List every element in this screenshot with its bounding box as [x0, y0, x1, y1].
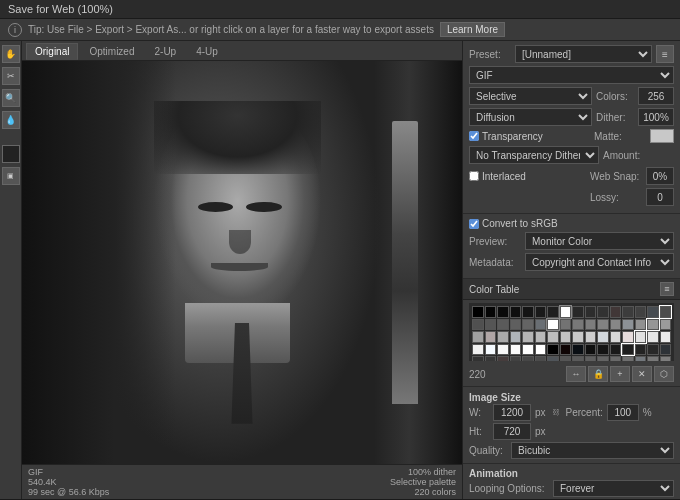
color-cell[interactable] [572, 306, 584, 318]
color-cell[interactable] [572, 356, 584, 361]
transparency-checkbox-label[interactable]: Transparency [469, 131, 543, 142]
color-cell[interactable] [535, 356, 547, 361]
color-cell[interactable] [635, 356, 647, 361]
matte-swatch[interactable] [650, 129, 674, 143]
color-cell[interactable] [610, 306, 622, 318]
slice-tool[interactable]: ✂ [2, 67, 20, 85]
color-cell[interactable] [597, 306, 609, 318]
color-cell[interactable] [510, 319, 522, 331]
color-cell[interactable] [547, 306, 559, 318]
dither-pct-input[interactable] [638, 108, 674, 126]
tab-optimized[interactable]: Optimized [80, 43, 143, 60]
color-lock-button[interactable]: 🔒 [588, 366, 608, 382]
color-cell[interactable] [622, 319, 634, 331]
color-cell[interactable] [572, 344, 584, 356]
color-cell[interactable] [585, 319, 597, 331]
color-cell[interactable] [635, 344, 647, 356]
color-cell[interactable] [597, 344, 609, 356]
format-select[interactable]: GIF [469, 66, 674, 84]
color-cell[interactable] [547, 344, 559, 356]
quality-select[interactable]: Bicubic [511, 442, 674, 459]
color-add-button[interactable]: + [610, 366, 630, 382]
convert-srgb-label[interactable]: Convert to sRGB [469, 218, 558, 229]
color-cell[interactable] [472, 319, 484, 331]
color-cell[interactable] [485, 306, 497, 318]
color-cell[interactable] [610, 344, 622, 356]
preset-select[interactable]: [Unnamed] [515, 45, 652, 63]
color-cell[interactable] [585, 356, 597, 361]
color-cell[interactable] [635, 319, 647, 331]
color-cell[interactable] [597, 331, 609, 343]
tab-4up[interactable]: 4-Up [187, 43, 227, 60]
color-cell[interactable] [585, 344, 597, 356]
color-cell[interactable] [585, 331, 597, 343]
color-cell[interactable] [610, 356, 622, 361]
interlaced-checkbox[interactable] [469, 171, 479, 181]
preset-menu-button[interactable]: ≡ [656, 45, 674, 63]
color-cell[interactable] [647, 319, 659, 331]
color-reduction-select[interactable]: Selective [469, 87, 592, 105]
color-cell[interactable] [560, 356, 572, 361]
color-cell[interactable] [510, 306, 522, 318]
preview-select[interactable]: Monitor Color [525, 232, 674, 250]
color-remap-button[interactable]: ↔ [566, 366, 586, 382]
color-cell[interactable] [510, 356, 522, 361]
color-cell[interactable] [535, 344, 547, 356]
color-cell[interactable] [635, 306, 647, 318]
color-cell[interactable] [585, 306, 597, 318]
color-delete-button[interactable]: ✕ [632, 366, 652, 382]
color-cell[interactable] [497, 356, 509, 361]
color-cell[interactable] [472, 356, 484, 361]
color-cell[interactable] [522, 319, 534, 331]
websnap-input[interactable] [646, 167, 674, 185]
no-transparency-dither-select[interactable]: No Transparency Dither [469, 146, 599, 164]
tab-original[interactable]: Original [26, 43, 78, 60]
color-cell[interactable] [622, 306, 634, 318]
color-cell[interactable] [510, 344, 522, 356]
zoom-tool[interactable]: 🔍 [2, 89, 20, 107]
percent-input[interactable] [607, 404, 639, 421]
color-cell[interactable] [622, 344, 634, 356]
color-cell[interactable] [647, 306, 659, 318]
hand-tool[interactable]: ✋ [2, 45, 20, 63]
color-cell[interactable] [572, 319, 584, 331]
lossy-input[interactable] [646, 188, 674, 206]
color-cell[interactable] [572, 331, 584, 343]
color-cell[interactable] [535, 331, 547, 343]
color-cell[interactable] [560, 344, 572, 356]
color-cell[interactable] [547, 319, 559, 331]
color-cell[interactable] [560, 331, 572, 343]
transparency-checkbox[interactable] [469, 131, 479, 141]
color-cell[interactable] [522, 344, 534, 356]
color-cell[interactable] [647, 344, 659, 356]
tab-visibility[interactable]: ▣ [2, 167, 20, 185]
color-web-button[interactable]: ⬡ [654, 366, 674, 382]
color-cell[interactable] [660, 331, 672, 343]
color-cell[interactable] [497, 319, 509, 331]
color-cell[interactable] [622, 331, 634, 343]
color-cell[interactable] [597, 356, 609, 361]
color-cell[interactable] [497, 344, 509, 356]
color-cell[interactable] [522, 331, 534, 343]
metadata-select[interactable]: Copyright and Contact Info [525, 253, 674, 271]
color-cell[interactable] [522, 306, 534, 318]
color-cell[interactable] [610, 331, 622, 343]
color-cell[interactable] [547, 331, 559, 343]
tab-2up[interactable]: 2-Up [145, 43, 185, 60]
height-input[interactable] [493, 423, 531, 440]
looping-select[interactable]: Forever [553, 480, 674, 497]
color-cell[interactable] [660, 356, 672, 361]
color-cell[interactable] [497, 331, 509, 343]
color-cell[interactable] [660, 319, 672, 331]
color-cell[interactable] [485, 331, 497, 343]
color-cell[interactable] [560, 306, 572, 318]
color-cell[interactable] [597, 319, 609, 331]
color-cell[interactable] [610, 319, 622, 331]
convert-srgb-checkbox[interactable] [469, 219, 479, 229]
color-cell[interactable] [472, 306, 484, 318]
color-cell[interactable] [635, 331, 647, 343]
color-table-menu-button[interactable]: ≡ [660, 282, 674, 296]
color-cell[interactable] [485, 356, 497, 361]
color-cell[interactable] [535, 319, 547, 331]
color-cell[interactable] [522, 356, 534, 361]
